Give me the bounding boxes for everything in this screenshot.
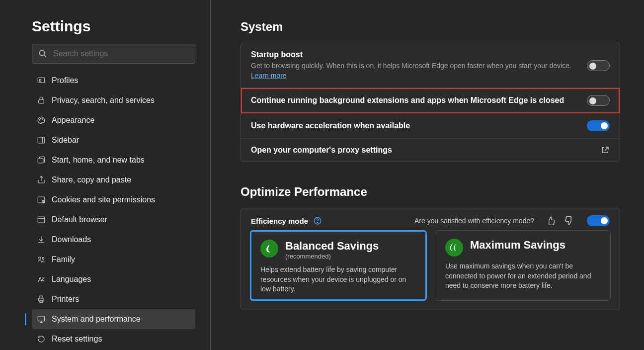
- svg-point-5: [39, 120, 40, 121]
- svg-line-1: [44, 55, 46, 57]
- nav-label: Sidebar: [52, 136, 79, 145]
- nav-reset[interactable]: Reset settings: [32, 329, 195, 349]
- nav-privacy[interactable]: Privacy, search, and services: [32, 90, 195, 110]
- svg-rect-15: [38, 217, 45, 223]
- efficiency-header: Efficiency mode Are you satisfied with e…: [241, 208, 620, 230]
- nav-downloads[interactable]: Downloads: [32, 230, 195, 250]
- settings-title: Settings: [32, 18, 195, 35]
- background-apps-toggle[interactable]: [587, 95, 610, 106]
- svg-rect-8: [38, 137, 45, 143]
- proxy-title: Open your computer's proxy settings: [251, 146, 601, 155]
- nav-share-copy[interactable]: Share, copy and paste: [32, 170, 195, 190]
- appearance-icon: [37, 116, 46, 125]
- nav-family[interactable]: Family: [32, 250, 195, 269]
- nav-label: Share, copy and paste: [52, 175, 131, 184]
- settings-sidebar: Settings Profiles Privacy, search, and s…: [0, 0, 211, 350]
- svg-rect-24: [38, 316, 45, 321]
- maximum-desc: Use maximum savings when you can't be co…: [445, 262, 601, 291]
- svg-point-3: [39, 79, 41, 81]
- open-external-icon: [601, 146, 610, 155]
- sidebar-icon: [37, 136, 46, 145]
- printer-icon: [37, 295, 46, 304]
- nav-label: Privacy, search, and services: [52, 96, 155, 105]
- leaf-icon: [260, 240, 278, 258]
- tabs-icon: [37, 156, 46, 165]
- search-input[interactable]: [53, 49, 189, 58]
- nav-label: System and performance: [52, 315, 141, 324]
- system-heading: System: [241, 20, 620, 34]
- svg-rect-4: [39, 100, 44, 104]
- system-icon: [37, 315, 46, 324]
- nav-label: Family: [52, 255, 75, 264]
- thumbs-down-icon[interactable]: [564, 216, 574, 226]
- profile-icon: [37, 76, 46, 85]
- nav-label: Appearance: [52, 116, 94, 125]
- efficiency-mode-label: Efficiency mode: [251, 217, 308, 225]
- startup-boost-row: Startup boost Get to browsing quickly. W…: [241, 43, 620, 88]
- nav-label: Downloads: [52, 235, 91, 244]
- startup-boost-title: Startup boost: [251, 50, 587, 59]
- balanced-title: Balanced Savings: [285, 240, 379, 253]
- startup-boost-desc: Get to browsing quickly. When this is on…: [251, 61, 587, 81]
- search-icon: [38, 49, 47, 58]
- nav-label: Profiles: [52, 76, 78, 85]
- learn-more-link[interactable]: Learn more: [251, 72, 287, 80]
- thumbs-up-icon[interactable]: [546, 216, 556, 226]
- nav-profiles[interactable]: Profiles: [32, 71, 195, 90]
- nav-label: Default browser: [52, 215, 107, 224]
- leaves-icon: [445, 239, 463, 257]
- reset-icon: [37, 335, 46, 344]
- svg-point-28: [317, 222, 318, 223]
- share-icon: [37, 175, 46, 184]
- search-settings-box[interactable]: [32, 44, 195, 64]
- cookies-icon: [37, 195, 46, 204]
- nav-printers[interactable]: Printers: [32, 289, 195, 309]
- hw-accel-toggle[interactable]: [587, 120, 610, 131]
- balanced-subtitle: (recommended): [285, 253, 379, 260]
- balanced-savings-card[interactable]: Balanced Savings (recommended) Helps ext…: [250, 230, 427, 301]
- background-apps-title: Continue running background extensions a…: [251, 96, 587, 105]
- nav-cookies[interactable]: Cookies and site permissions: [32, 190, 195, 210]
- nav-languages[interactable]: Languages: [32, 269, 195, 289]
- optimize-card-group: Efficiency mode Are you satisfied with e…: [241, 208, 620, 310]
- proxy-row[interactable]: Open your computer's proxy settings: [241, 139, 620, 162]
- maximum-savings-card[interactable]: Maximum Savings Use maximum savings when…: [436, 230, 611, 301]
- help-icon[interactable]: [313, 216, 322, 225]
- balanced-desc: Helps extend battery life by saving comp…: [260, 265, 416, 294]
- svg-point-6: [40, 118, 41, 119]
- efficiency-mode-toggle[interactable]: [587, 215, 610, 226]
- family-icon: [37, 255, 46, 264]
- nav-sidebar[interactable]: Sidebar: [32, 130, 195, 150]
- maximum-title: Maximum Savings: [470, 239, 565, 252]
- languages-icon: [37, 275, 46, 284]
- nav-label: Start, home, and new tabs: [52, 156, 145, 165]
- svg-rect-10: [38, 158, 43, 163]
- svg-line-14: [42, 201, 44, 202]
- nav-system-performance[interactable]: System and performance: [32, 309, 195, 329]
- settings-nav: Profiles Privacy, search, and services A…: [32, 71, 195, 349]
- main-content: System Startup boost Get to browsing qui…: [211, 0, 644, 350]
- nav-label: Languages: [52, 275, 91, 284]
- browser-icon: [37, 215, 46, 224]
- system-card-group: Startup boost Get to browsing quickly. W…: [241, 43, 620, 162]
- nav-label: Printers: [52, 295, 79, 304]
- lock-icon: [37, 96, 46, 105]
- hw-accel-title: Use hardware acceleration when available: [251, 121, 587, 130]
- nav-appearance[interactable]: Appearance: [32, 110, 195, 130]
- background-apps-row: Continue running background extensions a…: [241, 88, 620, 113]
- nav-start-home[interactable]: Start, home, and new tabs: [32, 150, 195, 170]
- svg-point-0: [39, 50, 45, 56]
- hw-accel-row: Use hardware acceleration when available: [241, 113, 620, 139]
- startup-boost-toggle[interactable]: [587, 60, 610, 71]
- download-icon: [37, 235, 46, 244]
- svg-point-18: [39, 257, 41, 260]
- svg-rect-23: [40, 300, 43, 303]
- svg-point-7: [42, 119, 43, 120]
- nav-label: Cookies and site permissions: [52, 195, 155, 204]
- feedback-prompt: Are you satisfied with efficiency mode?: [414, 217, 534, 225]
- nav-default-browser[interactable]: Default browser: [32, 210, 195, 230]
- nav-label: Reset settings: [52, 335, 102, 344]
- svg-point-19: [42, 258, 44, 260]
- optimize-heading: Optimize Performance: [241, 185, 620, 199]
- svg-rect-22: [40, 296, 43, 298]
